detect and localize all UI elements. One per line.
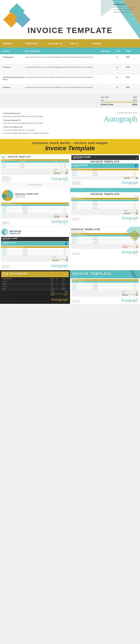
thumb1-row1-price: — xyxy=(55,163,60,164)
cell-desc-1: Lorem ipsum dolor sit amet, consectetur … xyxy=(25,56,101,58)
thumb5-r3t: 0000 xyxy=(64,252,68,253)
thumb4-tax-lbl: Tax xyxy=(124,211,125,212)
thumb2-client-bar: CLIENT'S NAME Client Information 👤 xyxy=(71,163,139,168)
thumb1-row3-service: Branding xyxy=(2,167,20,168)
thumb6-r2: Transport xyxy=(72,239,93,240)
thumb4-invoice-num: USD $ 0000 xyxy=(134,196,139,197)
thumb1-col-service: Service xyxy=(2,161,20,162)
col-total: USD $ 0000 xyxy=(25,42,48,45)
thumb7-r1-price: $5.00 xyxy=(51,281,57,282)
thumb1-tax-val: 0000 xyxy=(66,171,68,172)
thumb6-name: Name Surname xyxy=(121,254,138,255)
thumb2-person-icon: 👤 xyxy=(134,164,137,167)
thumb2-r3: Set Design... xyxy=(72,175,93,176)
signature: Autograph xyxy=(104,115,137,123)
thumb7-tax-lbl: Tax 8.5% xyxy=(51,292,54,293)
thumb4-r2: Transport xyxy=(72,204,93,205)
thumb3-legend: ■ Photographer ■ Transport ■ Set Design … xyxy=(15,195,39,198)
thumb2-gt-val: 0000 xyxy=(136,178,138,179)
thumb7-r4-total: $105.00 xyxy=(62,288,68,290)
thumb4-gt: Grand Total0000 xyxy=(124,213,138,215)
thumb7-ch2: PRICE xyxy=(51,278,57,279)
thumb3-r1t: 0000 xyxy=(64,206,68,208)
thumb-6: INVOICE TEMPLATE Invoice To: Lorem ipsum… xyxy=(70,227,140,270)
thumb5-client-name: CLIENT'S NAME xyxy=(2,242,15,244)
payment-method-2: * Payment Methods ② Lorem ipsum lorem th… xyxy=(3,119,77,125)
thumb3-r1: Photographer xyxy=(2,206,23,208)
thumb8-r1: Photographer xyxy=(73,283,93,284)
thumb5-hdr: Service Item Description Unit price Unit… xyxy=(2,246,22,248)
w-logo-icon xyxy=(1,155,7,159)
thumb2-r2d: Lorem ipsum... xyxy=(93,173,134,174)
invoice-to-block: Invoice To: Lorem ipsum dolor sit amet,c… xyxy=(114,3,134,13)
cell-unit-3: 1p xyxy=(116,76,126,78)
thumb4-r1t: 0000 xyxy=(134,202,138,203)
thumb2-footer-left: * Payment Methods ①Lorem ipsum lorem the… xyxy=(72,182,112,185)
main-invoice-section: Invoice To: Lorem ipsum dolor sit amet,c… xyxy=(0,0,140,139)
thumb4-r2t: 0000 xyxy=(134,204,138,205)
thumb4-hdr: INVOICE USD$ 0000 () () () xyxy=(72,198,85,199)
thumb4-tax-val: 0000 xyxy=(136,211,138,212)
thumb8-usd: USD $ 0000 xyxy=(73,275,138,277)
grand-total-value: 0000 xyxy=(132,103,137,106)
thumb1-row2-service: Set Design... xyxy=(2,165,20,166)
thumb8-col: Service Item Description Unit Total xyxy=(73,281,87,282)
subtotals-area: Sub Total 0000 Tax 0000 Grand Total 0000 xyxy=(0,95,140,108)
cell-desc-2: Lorem ipsum dolor sit amet, consectetur … xyxy=(25,66,101,68)
thumb4-footer: * Payment Methods ①Lorem ipsum... * Term… xyxy=(72,218,112,220)
thumb5-tax-val: 0000 xyxy=(66,258,68,259)
thumb5-r3: Set Design xyxy=(2,252,23,253)
thumb3-r4t: 0000 xyxy=(64,212,68,213)
thumb-3: INVOICE TEMPLATE ■ Photographer ■ Transp… xyxy=(0,188,70,227)
thumb-5: INVOICE TEMPLATE SUPPLIER'S NAME Supplie… xyxy=(0,227,70,270)
thumb8-r2t: 0000 xyxy=(134,285,138,286)
thumb7-r3-qty: 1 xyxy=(57,286,62,287)
cell-service-4: Branding xyxy=(3,86,25,88)
thumb8-st-lbl: Sub Total xyxy=(122,291,126,292)
table-header-bar: INVOICE USD $ 0000 Invoice No: () Date: … xyxy=(0,39,140,48)
table-row: Transport Lorem ipsum dolor sit amet, co… xyxy=(0,64,140,74)
thumb2-r2t: 0000 xyxy=(134,173,138,174)
cell-service-2: Transport xyxy=(3,66,25,68)
thumb7-st-lbl: Sub Total xyxy=(51,291,54,292)
thumb7-r1-total: $5.00 xyxy=(62,281,68,282)
thumb2-r1: Photographer xyxy=(72,171,93,172)
thumb-1: INVOICE TEMPLATE INVOICE USD$ 0000 () ()… xyxy=(0,154,70,188)
thumb1-col-price: Unit price xyxy=(55,161,60,162)
thumb7-r2-name: Transport xyxy=(2,283,51,285)
thumb7-signature: Autograph xyxy=(51,297,68,302)
thumb7-footer: Thank you for your business xyxy=(2,301,41,302)
thumb1-row3-desc: Lorem ipsum... xyxy=(20,167,55,168)
thumb5-subtitle: TEMPLATE xyxy=(9,233,22,234)
thumb5-client-info: Client Information xyxy=(2,244,15,245)
thumb1-row2-total: 0000 xyxy=(64,165,68,166)
cell-unit-4: 1p xyxy=(116,86,126,88)
thumb2-client-info: Client Information xyxy=(73,166,88,167)
thumb1-invoice-label: INVOICE USD$ 0000 () () () xyxy=(2,159,14,161)
thumb7-col-hdr: ITEM/DESCRIPTION PRICE QTY TOTAL xyxy=(1,278,69,280)
invoice-header: Invoice To: Lorem ipsum dolor sit amet,c… xyxy=(0,0,140,39)
thumb5-supplier-info: Supplier Information xyxy=(2,239,18,240)
thumb4-r4: Branding xyxy=(72,208,93,209)
thumb1-row2-unit: 1p xyxy=(60,165,64,166)
thumb5-r2: Transport xyxy=(2,250,23,252)
pie-chart-icon xyxy=(1,189,14,202)
thumb2-r3d: Lorem ipsum... xyxy=(93,175,134,176)
thumb2-supplier-info: Supplier Information xyxy=(73,158,91,159)
thumb7-r1-qty: 1 xyxy=(57,281,62,282)
thumb2-invoice-hdr: Service Item Description Unit price Unit… xyxy=(72,169,92,170)
thumb4-signature: Autograph xyxy=(121,216,138,220)
thumb3-r2t: 0000 xyxy=(64,208,68,210)
thumb7-ch1: ITEM/DESCRIPTION xyxy=(2,278,51,279)
cell-total-3: 0000 xyxy=(126,76,137,78)
thumb1-payment1: * Payment Methods ①Lorem ipsum lorem the… xyxy=(2,176,41,178)
thumb2-r1d: Lorem ipsum... xyxy=(93,171,134,172)
thumb5-gt: Grand Total0000 xyxy=(53,259,68,261)
thumb1-row1-desc: Lorem ipsum... xyxy=(20,163,55,164)
col-invoiceno: Invoice No: () xyxy=(48,42,70,45)
thumb5-r4: Branding xyxy=(2,254,23,255)
thumb2-title: INVOICE TEMPLATE xyxy=(71,160,139,163)
cell-total-1: 0000 xyxy=(126,56,137,58)
thumb7-gt-lbl: TOTAL xyxy=(51,294,55,296)
thumb5-gt-lbl: Grand Total xyxy=(53,260,58,261)
